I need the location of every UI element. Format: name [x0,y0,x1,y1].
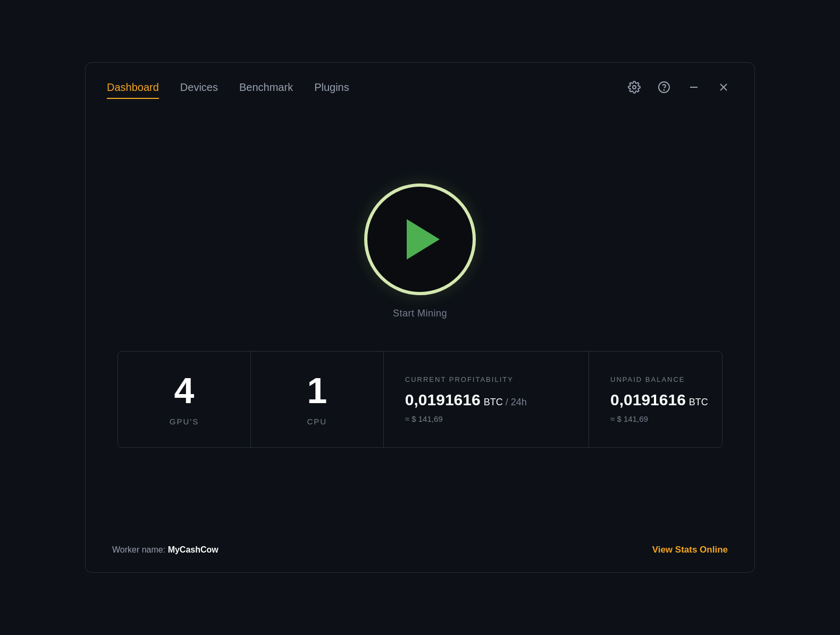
worker-name-display: Worker name: MyCashCow [112,545,219,555]
worker-name: MyCashCow [168,545,219,554]
profitability-cell: CURRENT PROFITABILITY 0,0191616BTC / 24h… [384,352,589,447]
start-mining-button[interactable] [364,183,476,295]
gpu-label: GPU'S [170,417,199,426]
profitability-section-label: CURRENT PROFITABILITY [405,375,514,383]
balance-btc-value: 0,0191616 [610,391,686,408]
nav-bar: Dashboard Devices Benchmark Plugins [86,63,754,99]
settings-button[interactable] [625,78,644,97]
balance-section-label: UNPAID BALANCE [610,375,685,383]
nav-tabs: Dashboard Devices Benchmark Plugins [107,81,349,99]
start-mining-label: Start Mining [393,308,447,319]
footer: Worker name: MyCashCow View Stats Online [86,532,754,572]
profitability-period: / 24h [503,397,527,407]
tab-plugins[interactable]: Plugins [314,81,349,99]
gear-icon [628,81,641,94]
gpu-count: 4 [174,372,195,408]
tab-benchmark[interactable]: Benchmark [239,81,293,99]
svg-point-0 [633,86,636,89]
play-button-wrapper: Start Mining [364,183,476,319]
gpu-stat-cell: 4 GPU'S [118,352,251,447]
balance-cell: UNPAID BALANCE 0,0191616BTC ≈ $ 141,69 [589,352,723,447]
tab-dashboard[interactable]: Dashboard [107,81,159,99]
profitability-usd: ≈ $ 141,69 [405,414,443,423]
stats-row: 4 GPU'S 1 CPU CURRENT PROFITABILITY 0,01… [117,351,723,448]
tab-devices[interactable]: Devices [180,81,218,99]
nav-controls [625,78,733,99]
minimize-button[interactable] [684,78,703,97]
play-icon [407,219,440,260]
cpu-stat-cell: 1 CPU [251,352,384,447]
balance-usd: ≈ $ 141,69 [610,414,648,423]
help-icon [658,81,670,94]
view-stats-link[interactable]: View Stats Online [652,545,728,555]
help-button[interactable] [654,78,674,97]
profitability-btc-value: 0,0191616 [405,391,481,408]
minimize-icon [687,81,700,94]
main-content: Start Mining 4 GPU'S 1 CPU CURRENT PROFI… [86,99,754,532]
profitability-value: 0,0191616BTC / 24h [405,391,527,409]
app-window: Dashboard Devices Benchmark Plugins [85,62,755,573]
worker-prefix: Worker name: [112,545,168,554]
balance-value: 0,0191616BTC [610,391,708,409]
cpu-label: CPU [307,417,327,426]
close-icon [717,81,730,94]
close-button[interactable] [714,78,733,97]
cpu-count: 1 [307,372,327,408]
profitability-unit: BTC [484,397,503,407]
balance-unit: BTC [689,397,708,407]
